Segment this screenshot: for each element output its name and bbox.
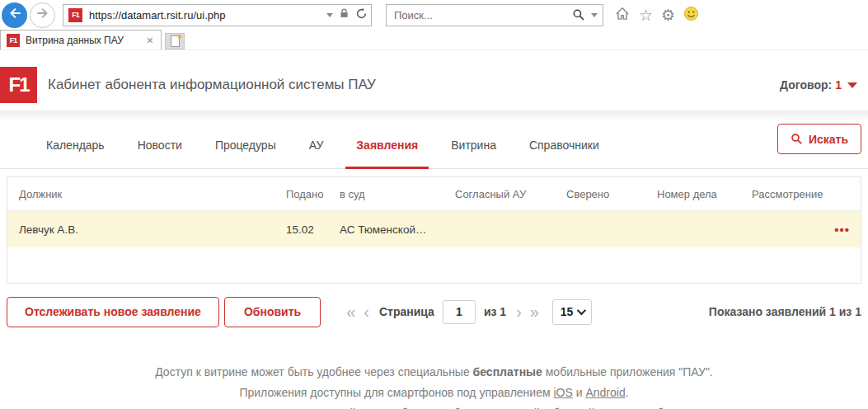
back-arrow-icon xyxy=(7,6,22,24)
prev-page-button[interactable]: ‹ xyxy=(362,303,371,320)
contract-selector[interactable]: Договор: 1 xyxy=(780,78,857,92)
tab-procedures[interactable]: Процедуры xyxy=(199,122,292,168)
cell-court: АС Тюменской… xyxy=(340,223,455,236)
footer-text: Приложения доступны для смартфонов под у… xyxy=(239,386,553,399)
tab-au[interactable]: АУ xyxy=(293,122,340,168)
footer-line-1: Доступ к витрине может быть удобнее чере… xyxy=(0,362,868,383)
footer-text: и xyxy=(573,386,586,399)
col-verified: Сверено xyxy=(566,188,657,200)
footer-text: мобильные приложения "ПАУ". xyxy=(542,365,713,378)
chevron-down-icon xyxy=(847,82,857,88)
page-footer: Доступ к витрине может быть удобнее чере… xyxy=(0,362,868,409)
favicon-icon: F1 xyxy=(68,8,82,22)
browser-toolbar: F1 https://datamart.rsit.ru/ui.php xyxy=(0,0,868,30)
tab-applications[interactable]: Заявления xyxy=(340,122,434,168)
back-button[interactable] xyxy=(2,2,27,28)
search-icon xyxy=(791,133,803,145)
url-text[interactable]: https://datamart.rsit.ru/ui.php xyxy=(89,9,326,21)
results-summary: Показано заявлений 1 из 1 xyxy=(709,305,861,318)
tab-directories[interactable]: Справочники xyxy=(514,122,615,168)
search-icon[interactable] xyxy=(572,8,585,21)
row-menu-icon[interactable]: ••• xyxy=(834,223,861,237)
footer-text: . xyxy=(626,386,629,399)
page-label: Страница xyxy=(379,305,434,318)
cell-debtor: Левчук А.В. xyxy=(7,223,286,236)
chevron-down-icon xyxy=(577,306,586,315)
col-review: Рассмотрение xyxy=(752,188,834,200)
new-tab-button[interactable] xyxy=(165,33,185,49)
actions-bar: Отслеживать новое заявление Обновить « ‹… xyxy=(7,296,861,327)
forward-button[interactable] xyxy=(30,2,55,28)
contract-value: 1 xyxy=(835,78,842,92)
page-size-value: 15 xyxy=(561,305,574,318)
cell-filed: 15.02 xyxy=(286,223,340,236)
footer-text: Доступ к витрине может быть удобнее чере… xyxy=(155,365,472,378)
new-tab-icon xyxy=(171,35,180,47)
search-button[interactable]: Искать xyxy=(777,124,861,154)
footer-line-2: Приложения доступны для смартфонов под у… xyxy=(0,383,868,403)
col-debtor: Должник xyxy=(7,188,286,200)
search-button-label: Искать xyxy=(809,133,848,146)
table-header-row: Должник Подано в суд Согласный АУ Сверен… xyxy=(7,177,861,211)
page-number-input[interactable] xyxy=(443,300,476,324)
tab-calendar[interactable]: Календарь xyxy=(30,122,120,168)
col-case-number: Номер дела xyxy=(657,188,752,200)
tab-title: Витрина данных ПАУ xyxy=(26,35,144,46)
home-icon[interactable] xyxy=(614,6,631,25)
col-filed: Подано xyxy=(286,188,340,200)
star-icon[interactable]: ☆ xyxy=(639,7,653,23)
browser-search[interactable] xyxy=(386,4,603,26)
tab-vitrina[interactable]: Витрина xyxy=(435,122,512,168)
main-nav: Календарь Новости Процедуры АУ Заявления… xyxy=(0,122,868,169)
pagination: « ‹ Страница из 1 › » 15 xyxy=(345,299,592,325)
android-link[interactable]: Android xyxy=(585,386,625,399)
tab-favicon-icon: F1 xyxy=(7,34,20,47)
last-page-button[interactable]: » xyxy=(528,303,541,320)
footer-line-3: При возникновении вопросов, замечаний ил… xyxy=(0,403,868,409)
first-page-button[interactable]: « xyxy=(345,303,357,320)
close-icon[interactable]: × xyxy=(144,35,156,46)
forward-arrow-icon xyxy=(35,6,50,24)
page-title: Кабинет абонента информационной системы … xyxy=(48,77,376,93)
next-page-button[interactable]: › xyxy=(514,303,523,320)
smiley-icon[interactable] xyxy=(683,6,699,25)
tab-news[interactable]: Новости xyxy=(122,122,198,168)
address-bar[interactable]: F1 https://datamart.rsit.ru/ui.php xyxy=(63,4,372,26)
refresh-button[interactable]: Обновить xyxy=(224,297,321,327)
tab-bar: F1 Витрина данных ПАУ × xyxy=(0,30,868,50)
browser-search-input[interactable] xyxy=(394,9,572,21)
gear-icon[interactable]: ⚙ xyxy=(661,7,675,23)
ios-link[interactable]: iOS xyxy=(553,386,572,399)
browser-window: F1 https://datamart.rsit.ru/ui.php xyxy=(0,0,868,409)
lock-icon xyxy=(339,7,350,22)
col-agreed-au: Согласный АУ xyxy=(455,188,566,200)
track-new-application-button[interactable]: Отслеживать новое заявление xyxy=(7,297,219,327)
page-header: F1 Кабинет абонента информационной систе… xyxy=(0,50,868,110)
search-dropdown-icon[interactable] xyxy=(591,13,598,17)
contract-label: Договор: xyxy=(780,78,832,92)
table-row[interactable]: Левчук А.В. 15.02 АС Тюменской… ••• xyxy=(7,211,861,247)
page-of-label: из 1 xyxy=(484,305,506,318)
refresh-icon[interactable] xyxy=(355,7,368,23)
browser-tab[interactable]: F1 Витрина данных ПАУ × xyxy=(0,30,162,49)
page-size-select[interactable]: 15 xyxy=(552,299,592,325)
footer-bold-text: бесплатные xyxy=(473,365,542,378)
app-logo: F1 xyxy=(0,67,37,103)
applications-table: Должник Подано в суд Согласный АУ Сверен… xyxy=(7,176,861,284)
col-court: в суд xyxy=(340,188,455,200)
address-dropdown-icon[interactable] xyxy=(326,13,333,17)
